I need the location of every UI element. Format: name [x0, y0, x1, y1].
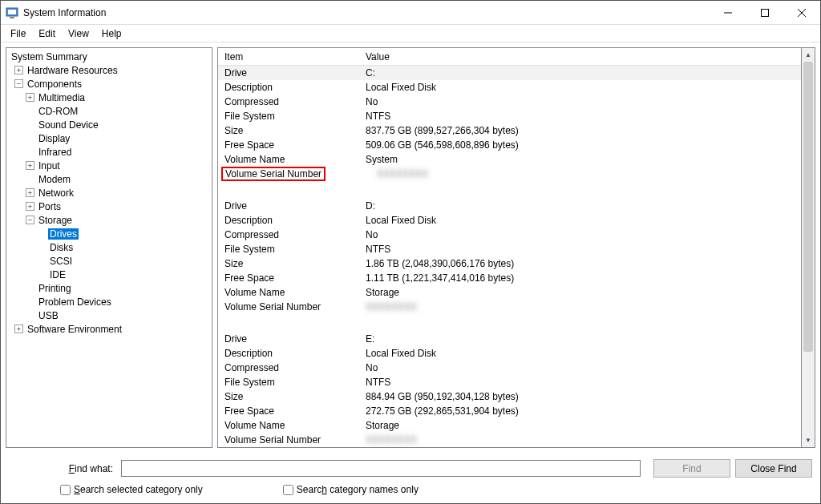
row-compressed[interactable]: CompressedNo: [218, 361, 801, 375]
titlebar-title: System Information: [23, 7, 710, 18]
maximize-button[interactable]: [746, 1, 783, 24]
tree-display[interactable]: Display: [6, 131, 212, 145]
find-input[interactable]: [121, 460, 641, 477]
expand-icon[interactable]: +: [26, 161, 34, 170]
expand-icon[interactable]: +: [26, 202, 34, 211]
scroll-track[interactable]: [802, 62, 815, 433]
row-blank: [218, 181, 801, 199]
row-size[interactable]: Size884.94 GB (950,192,304,128 bytes): [218, 389, 801, 404]
svg-rect-4: [762, 9, 769, 16]
tree-printing[interactable]: Printing: [6, 281, 212, 295]
row-freespace[interactable]: Free Space272.75 GB (292,865,531,904 byt…: [218, 404, 801, 418]
tree-components[interactable]: −Components: [6, 77, 212, 91]
tree-disks[interactable]: Disks: [6, 240, 212, 254]
find-button[interactable]: Find: [653, 459, 730, 478]
expand-icon[interactable]: +: [26, 188, 34, 197]
main-area: System Summary +Hardware Resources −Comp…: [1, 42, 820, 453]
search-selected-checkbox[interactable]: Search selected category only: [60, 484, 203, 495]
menu-help[interactable]: Help: [95, 26, 128, 41]
row-compressed[interactable]: CompressedNo: [218, 95, 801, 109]
tree-software-environment[interactable]: +Software Environment: [6, 322, 212, 336]
row-serial[interactable]: Volume Serial NumberXXXXXXXX: [218, 167, 801, 181]
tree-scsi[interactable]: SCSI: [6, 254, 212, 268]
row-size[interactable]: Size1.86 TB (2,048,390,066,176 bytes): [218, 256, 801, 271]
minimize-button[interactable]: [710, 1, 746, 24]
row-filesystem[interactable]: File SystemNTFS: [218, 109, 801, 123]
tree-problem-devices[interactable]: Problem Devices: [6, 295, 212, 308]
row-freespace[interactable]: Free Space509.06 GB (546,598,608,896 byt…: [218, 138, 801, 152]
scroll-up-icon[interactable]: ▲: [802, 48, 815, 62]
highlighted-serial-label: Volume Serial Number: [221, 167, 326, 181]
tree-usb[interactable]: USB: [6, 308, 212, 322]
close-find-button[interactable]: Close Find: [735, 459, 812, 478]
scroll-down-icon[interactable]: ▼: [802, 433, 815, 447]
row-size[interactable]: Size837.75 GB (899,527,266,304 bytes): [218, 123, 801, 138]
row-description[interactable]: DescriptionLocal Fixed Disk: [218, 80, 801, 95]
collapse-icon[interactable]: −: [14, 79, 23, 88]
row-compressed[interactable]: CompressedNo: [218, 228, 801, 242]
tree-network[interactable]: +Network: [6, 186, 212, 200]
find-bar: Find what: Find Close Find Search select…: [1, 453, 820, 503]
menu-edit[interactable]: Edit: [32, 26, 62, 41]
tree-ports[interactable]: +Ports: [6, 200, 212, 213]
expand-icon[interactable]: +: [14, 325, 23, 333]
expand-icon[interactable]: +: [14, 66, 23, 75]
close-button[interactable]: [783, 1, 820, 24]
row-serial[interactable]: Volume Serial NumberXXXXXXXX: [218, 300, 801, 314]
column-value-header[interactable]: Value: [359, 51, 801, 62]
collapse-icon[interactable]: −: [26, 216, 34, 224]
row-volumename[interactable]: Volume NameStorage: [218, 285, 801, 300]
content-rows[interactable]: DriveC: DescriptionLocal Fixed Disk Comp…: [218, 66, 801, 447]
row-filesystem[interactable]: File SystemNTFS: [218, 242, 801, 256]
menubar: File Edit View Help: [1, 25, 820, 42]
row-freespace[interactable]: Free Space1.11 TB (1,221,347,414,016 byt…: [218, 271, 801, 285]
row-volumename[interactable]: Volume NameStorage: [218, 418, 801, 433]
scroll-thumb[interactable]: [803, 62, 813, 352]
app-icon: [6, 6, 18, 19]
tree-storage[interactable]: −Storage: [6, 213, 212, 227]
tree-cdrom[interactable]: CD-ROM: [6, 104, 212, 118]
system-information-window: System Information File Edit View Help S…: [0, 0, 821, 504]
window-controls: [710, 1, 820, 24]
tree-sound-device[interactable]: Sound Device: [6, 118, 212, 131]
menu-view[interactable]: View: [62, 26, 95, 41]
row-drive-c[interactable]: DriveC:: [218, 66, 801, 80]
row-drive-e[interactable]: DriveE:: [218, 332, 801, 346]
content-wrap: Item Value DriveC: DescriptionLocal Fixe…: [217, 47, 815, 448]
content-panel: Item Value DriveC: DescriptionLocal Fixe…: [217, 47, 802, 448]
tree-multimedia[interactable]: +Multimedia: [6, 91, 212, 104]
svg-rect-2: [10, 17, 14, 18]
expand-icon[interactable]: +: [26, 93, 34, 102]
row-description[interactable]: DescriptionLocal Fixed Disk: [218, 213, 801, 228]
row-drive-d[interactable]: DriveD:: [218, 199, 801, 213]
find-what-label: Find what:: [9, 463, 121, 474]
column-item-header[interactable]: Item: [218, 51, 359, 62]
titlebar: System Information: [1, 1, 820, 25]
search-names-checkbox[interactable]: Search category names only: [283, 484, 419, 495]
row-filesystem[interactable]: File SystemNTFS: [218, 375, 801, 389]
vertical-scrollbar[interactable]: ▲ ▼: [802, 47, 815, 448]
tree-drives[interactable]: Drives: [6, 227, 212, 240]
tree-input[interactable]: +Input: [6, 159, 212, 172]
tree-modem[interactable]: Modem: [6, 172, 212, 186]
tree-system-summary[interactable]: System Summary: [6, 50, 212, 63]
row-volumename[interactable]: Volume NameSystem: [218, 152, 801, 167]
tree-infrared[interactable]: Infrared: [6, 145, 212, 159]
menu-file[interactable]: File: [4, 26, 32, 41]
row-blank: [218, 314, 801, 332]
tree-ide[interactable]: IDE: [6, 268, 212, 281]
row-serial[interactable]: Volume Serial NumberXXXXXXXX: [218, 433, 801, 447]
tree-panel[interactable]: System Summary +Hardware Resources −Comp…: [6, 47, 212, 448]
tree-hardware-resources[interactable]: +Hardware Resources: [6, 63, 212, 77]
svg-rect-1: [8, 10, 16, 14]
content-header: Item Value: [218, 48, 801, 66]
row-description[interactable]: DescriptionLocal Fixed Disk: [218, 346, 801, 361]
